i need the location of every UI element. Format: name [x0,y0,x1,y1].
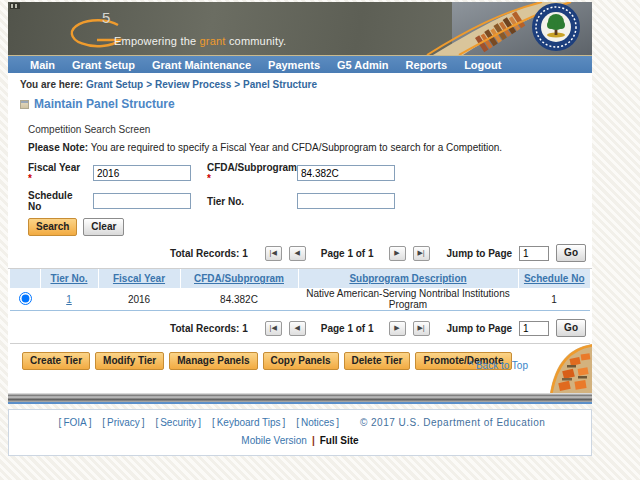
col-tier-no[interactable]: Tier No. [40,269,98,288]
competition-search-form: Fiscal Year * CFDA/Subprogram * Schedule… [28,162,592,212]
cell-description: Native American-Serving Nontribal Instit… [298,288,518,311]
first-page-button[interactable]: |◀ [265,246,282,261]
bracket: [ [155,417,158,428]
clear-button[interactable]: Clear [83,218,124,236]
schedule-no-input[interactable] [93,193,191,209]
first-page-button[interactable]: |◀ [265,321,282,336]
delete-tier-button[interactable]: Delete Tier [344,352,411,370]
nav-grant-setup[interactable]: Grant Setup [72,59,135,71]
main-content: You are here: Grant Setup>Review Process… [8,73,592,393]
footer: [FOIA] [Privacy] [Security] [Keyboard Ti… [8,409,592,456]
tier-no-label: Tier No. [201,196,289,207]
jump-to-page-label: Jump to Page [447,323,513,334]
bracket: ] [198,417,201,428]
breadcrumb: You are here: Grant Setup>Review Process… [8,73,592,90]
breadcrumb-review-process[interactable]: Review Process [155,79,231,90]
create-tier-button[interactable]: Create Tier [22,352,90,370]
radio-column-header [10,269,40,288]
prev-page-button[interactable]: ◀ [289,321,306,336]
page-title-row: Maintain Panel Structure [20,97,592,111]
cfda-label: CFDA/Subprogram * [201,162,289,184]
schedule-no-label: Schedule No [28,190,85,212]
jump-to-page-input[interactable] [519,321,549,336]
required-marker: * [207,173,211,184]
nav-logout[interactable]: Logout [464,59,501,71]
bracket: ] [142,417,145,428]
tier-no-link[interactable]: 1 [66,294,72,305]
prev-page-button[interactable]: ◀ [289,246,306,261]
note-label: Please Note: [28,142,88,153]
note-text: Please Note: You are required to specify… [28,142,592,153]
bracket: [ [102,417,105,428]
search-button[interactable]: Search [28,218,77,236]
pipe-separator: | [312,435,315,446]
cell-cfda: 84.382C [180,288,298,311]
last-page-button[interactable]: ▶| [413,321,430,336]
breadcrumb-prefix: You are here: [20,79,83,90]
pagination-top: Total Records: 1 |◀ ◀ Page 1 of 1 ▶ ▶| J… [8,236,592,269]
bracket: [ [212,417,215,428]
bracket: ] [336,417,339,428]
footer-privacy-link[interactable]: Privacy [107,417,140,428]
doe-seal [532,3,580,51]
mobile-version-link[interactable]: Mobile Version [241,435,307,446]
total-records: Total Records: 1 [170,323,248,334]
footer-security-link[interactable]: Security [160,417,196,428]
cell-schedule-no: 1 [518,288,590,311]
classroom-desks-image [550,344,592,393]
next-page-button[interactable]: ▶ [389,321,406,336]
header-library-image [417,2,592,55]
banner-header: 5 Empowering the grant community. [8,2,592,55]
screen-subtitle: Competition Search Screen [28,124,592,135]
modify-tier-button[interactable]: Modify Tier [95,352,164,370]
col-fiscal-year[interactable]: Fiscal Year [98,269,180,288]
footer-notices-link[interactable]: Notices [301,417,334,428]
tier-no-input[interactable] [297,193,395,209]
table-header-row: Tier No. Fiscal Year CFDA/Subprogram Sub… [10,269,590,288]
nav-reports[interactable]: Reports [406,59,448,71]
nav-grant-maintenance[interactable]: Grant Maintenance [152,59,251,71]
footer-foia-link[interactable]: FOIA [63,417,86,428]
divider [10,343,590,344]
results-table: Tier No. Fiscal Year CFDA/Subprogram Sub… [10,269,590,311]
page-container: 5 Empowering the grant community. [8,2,592,456]
page-title: Maintain Panel Structure [34,97,175,111]
main-navbar: Main Grant Setup Grant Maintenance Payme… [8,55,592,73]
skip-link-marker [10,3,20,9]
breadcrumb-separator: > [234,79,240,90]
nav-main[interactable]: Main [30,59,55,71]
cfda-input[interactable] [297,165,395,181]
col-cfda[interactable]: CFDA/Subprogram [180,269,298,288]
table-row: 1 2016 84.382C Native American-Serving N… [10,288,590,311]
page-info: Page 1 of 1 [321,323,374,334]
footer-keyboard-tips-link[interactable]: Keyboard Tips [217,417,281,428]
back-to-top-link[interactable]: ^ Back to Top [468,360,528,371]
col-schedule-no[interactable]: Schedule No [518,269,590,288]
bracket: ] [283,417,286,428]
breadcrumb-separator: > [146,79,152,90]
breadcrumb-grant-setup[interactable]: Grant Setup [86,79,143,90]
jump-to-page-input[interactable] [519,246,549,261]
cell-fiscal-year: 2016 [98,288,180,311]
col-subprogram-description[interactable]: Subprogram Description [298,269,518,288]
manage-panels-button[interactable]: Manage Panels [169,352,257,370]
panel-window-icon [20,100,29,109]
next-page-button[interactable]: ▶ [389,246,406,261]
last-page-button[interactable]: ▶| [413,246,430,261]
logo-five: 5 [102,9,110,26]
breadcrumb-panel-structure[interactable]: Panel Structure [243,79,317,90]
tagline: Empowering the grant community. [114,35,286,47]
copyright-text: © 2017 U.S. Department of Education [360,417,546,428]
bracket: ] [89,417,92,428]
nav-payments[interactable]: Payments [268,59,320,71]
required-marker: * [28,173,32,184]
bracket: [ [59,417,62,428]
jump-to-page-label: Jump to Page [447,248,513,259]
footer-site-switch: Mobile Version|Full Site [13,435,587,446]
go-button[interactable]: Go [556,244,586,262]
fiscal-year-input[interactable] [93,165,191,181]
go-button[interactable]: Go [556,319,586,337]
copy-panels-button[interactable]: Copy Panels [263,352,339,370]
row-select-radio[interactable] [19,292,32,305]
nav-g5-admin[interactable]: G5 Admin [337,59,389,71]
